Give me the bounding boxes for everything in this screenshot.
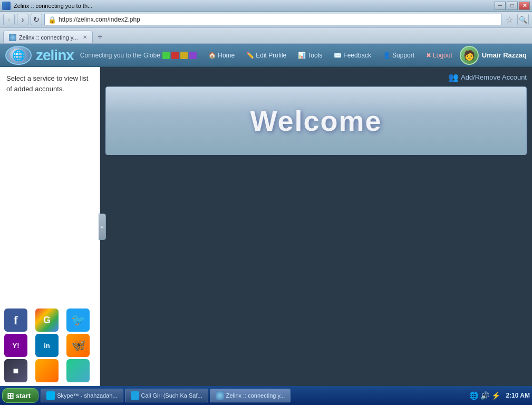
- window-title: Zelinx :: connecting you to th...: [2, 2, 92, 10]
- taskbar-ie-label: Call Girl (Such Ka Saf...: [141, 392, 202, 399]
- sidebar-instruction: Select a service to view list of added a…: [0, 67, 100, 98]
- welcome-banner: Welcome: [105, 86, 527, 155]
- service-icons: f G 🐦 Y! in 🦋 ■: [0, 304, 100, 387]
- add-remove-account-button[interactable]: 👥 Add/Remove Account: [448, 72, 527, 82]
- window-titlebar: Zelinx :: connecting you to th... ─ □ ✕: [0, 0, 532, 12]
- address-bar[interactable]: 🔒 https://zelinx.com/index2.php: [44, 14, 501, 25]
- nav-feedback[interactable]: ✉️ Feedback: [330, 50, 375, 61]
- security-icon: 🔒: [48, 16, 56, 24]
- forward-button[interactable]: ›: [17, 14, 28, 25]
- ie-icon: [131, 391, 139, 400]
- sidebar-collapse-button[interactable]: «: [99, 214, 106, 240]
- nav-logout[interactable]: ✖ Logout: [422, 50, 457, 61]
- nav-home[interactable]: 🏠 Home: [204, 50, 239, 61]
- search-button[interactable]: 🔍: [517, 14, 529, 25]
- taskbar-ie[interactable]: Call Girl (Such Ka Saf...: [125, 389, 208, 402]
- tab-close-button[interactable]: ✕: [83, 34, 87, 40]
- window-dots: [162, 52, 197, 59]
- taskbar-zelinx[interactable]: Zelinx :: connecting y...: [210, 389, 291, 402]
- service-twitter[interactable]: 🐦: [66, 308, 90, 332]
- dot-red: [171, 52, 179, 59]
- logo-text: zelinx: [36, 47, 74, 64]
- dot-green: [162, 52, 170, 59]
- systray-network: 🌐: [469, 391, 478, 400]
- site-header: 🌐 zelinx Connecting you to the Globe 🏠 H…: [0, 44, 532, 67]
- window-controls: ─ □ ✕: [495, 2, 530, 10]
- user-name: Umair Razzaq: [482, 51, 527, 59]
- minimize-button[interactable]: ─: [495, 2, 506, 10]
- browser-tabs: Zelinx :: connecting y... ✕ +: [0, 28, 532, 44]
- taskbar-zelinx-label: Zelinx :: connecting y...: [226, 392, 285, 399]
- logo-image: 🌐: [5, 46, 32, 65]
- window-title-text: Zelinx :: connecting you to th...: [14, 3, 92, 9]
- taskbar-skype[interactable]: Skype™ - shahzadah...: [41, 389, 123, 402]
- sidebar: Select a service to view list of added a…: [0, 67, 100, 387]
- welcome-text: Welcome: [250, 104, 382, 137]
- service-google[interactable]: G: [35, 308, 59, 332]
- close-button[interactable]: ✕: [519, 2, 530, 10]
- main-layout: Select a service to view list of added a…: [0, 67, 532, 387]
- user-section: 🧑 Umair Razzaq: [460, 46, 527, 65]
- back-button[interactable]: ‹: [3, 14, 15, 25]
- zelinx-taskbar-icon: [216, 391, 224, 400]
- systray: 🌐 🔊 ⚡: [466, 391, 504, 400]
- add-account-label: Add/Remove Account: [461, 73, 527, 81]
- tab-title: Zelinx :: connecting y...: [19, 34, 78, 41]
- systray-sound: 🔊: [480, 391, 489, 400]
- skype-icon: [46, 391, 55, 400]
- service-dark[interactable]: ■: [4, 359, 27, 382]
- service-linkedin[interactable]: in: [35, 334, 59, 357]
- window-favicon: [2, 2, 11, 10]
- tab-favicon: [9, 34, 16, 41]
- tagline: Connecting you to the Globe: [80, 52, 160, 59]
- refresh-button[interactable]: ↻: [31, 14, 42, 25]
- logo: 🌐 zelinx Connecting you to the Globe: [5, 46, 160, 65]
- start-button[interactable]: ⊞ start: [2, 388, 38, 403]
- service-orange[interactable]: [35, 359, 59, 382]
- user-avatar: 🧑: [460, 46, 479, 65]
- service-green[interactable]: [66, 359, 90, 382]
- dot-yellow: [180, 52, 188, 59]
- taskbar-items: Skype™ - shahzadah... Call Girl (Such Ka…: [41, 389, 464, 402]
- bookmark-button[interactable]: ☆: [504, 14, 515, 25]
- service-butterfly[interactable]: 🦋: [66, 334, 90, 357]
- taskbar: ⊞ start Skype™ - shahzadah... Call Girl …: [0, 386, 532, 405]
- taskbar-clock: 2:10 AM: [506, 392, 530, 399]
- address-text: https://zelinx.com/index2.php: [59, 16, 140, 23]
- dot-purple: [189, 52, 197, 59]
- content-area: 👥 Add/Remove Account Welcome: [100, 67, 532, 387]
- add-account-icon: 👥: [448, 72, 459, 82]
- taskbar-time: 2:10 AM: [506, 392, 530, 399]
- start-label: start: [16, 392, 31, 400]
- new-tab-button[interactable]: +: [95, 32, 105, 42]
- active-tab[interactable]: Zelinx :: connecting y... ✕: [3, 31, 93, 43]
- maximize-button[interactable]: □: [507, 2, 518, 10]
- nav-tools[interactable]: 📊 Tools: [294, 50, 326, 61]
- service-facebook[interactable]: f: [4, 308, 27, 332]
- nav-edit-profile[interactable]: ✏️ Edit Profile: [242, 50, 291, 61]
- nav-support[interactable]: 👤 Support: [379, 50, 419, 61]
- add-account-bar: 👥 Add/Remove Account: [105, 72, 527, 82]
- service-yahoo[interactable]: Y!: [4, 334, 27, 357]
- taskbar-skype-label: Skype™ - shahzadah...: [57, 392, 117, 399]
- browser-toolbar: ‹ › ↻ 🔒 https://zelinx.com/index2.php ☆ …: [0, 12, 532, 28]
- systray-power: ⚡: [491, 391, 500, 400]
